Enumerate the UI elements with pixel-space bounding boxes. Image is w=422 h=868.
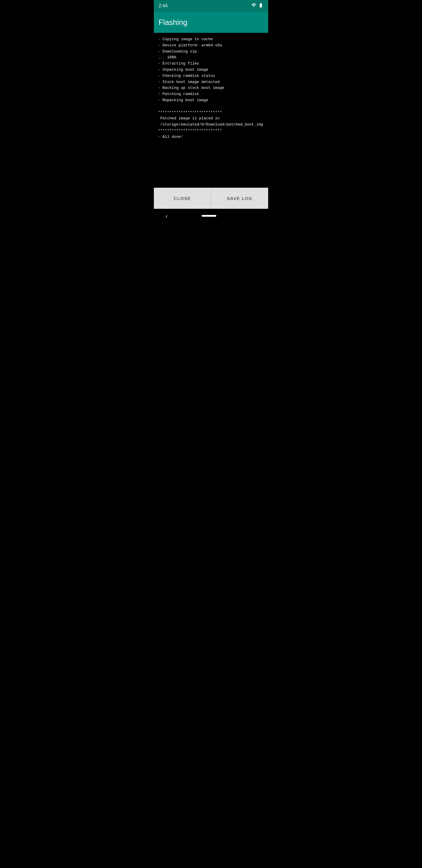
status-bar: 2:44: [154, 0, 268, 12]
status-icons: [251, 3, 263, 9]
back-icon[interactable]: ‹: [166, 213, 168, 219]
save-log-button[interactable]: SAVE LOG: [211, 188, 268, 209]
log-container: - Copying image to cache - Device platfo…: [154, 33, 268, 188]
wifi-icon: [251, 3, 256, 9]
battery-icon: [258, 3, 263, 9]
status-time: 2:44: [159, 3, 168, 8]
nav-bar: ‹: [154, 209, 268, 223]
page-title: Flashing: [159, 18, 187, 27]
bottom-buttons: CLOSE SAVE LOG: [154, 188, 268, 209]
close-button[interactable]: CLOSE: [154, 188, 211, 209]
app-bar: Flashing: [154, 12, 268, 33]
log-text: - Copying image to cache - Device platfo…: [158, 36, 264, 140]
home-indicator[interactable]: [202, 215, 216, 217]
